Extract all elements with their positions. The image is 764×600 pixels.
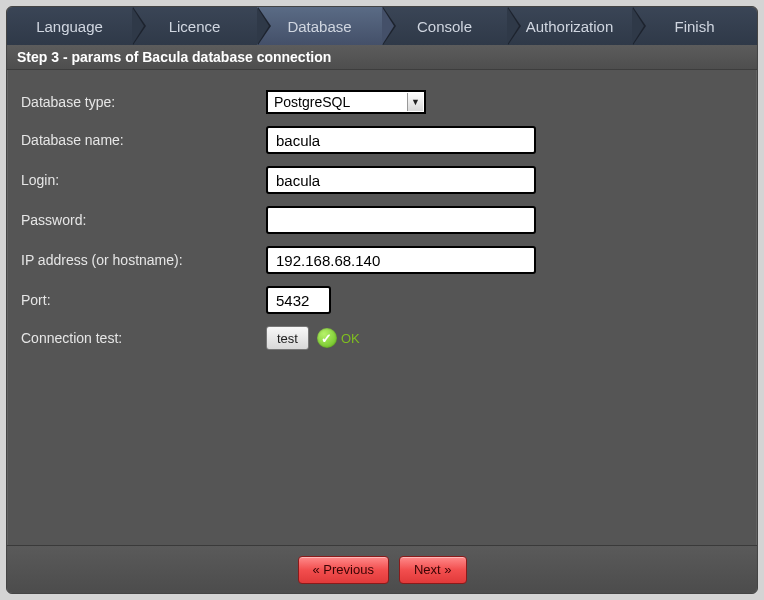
label-db-type: Database type:	[21, 94, 266, 110]
label-db-name: Database name:	[21, 132, 266, 148]
label-ip: IP address (or hostname):	[21, 252, 266, 268]
tab-finish[interactable]: Finish	[632, 7, 757, 45]
password-input[interactable]	[266, 206, 536, 234]
tab-console[interactable]: Console	[382, 7, 507, 45]
tab-language[interactable]: Language	[7, 7, 132, 45]
label-login: Login:	[21, 172, 266, 188]
chevron-down-icon: ▼	[407, 93, 423, 111]
ip-input[interactable]	[266, 246, 536, 274]
label-conn-test: Connection test:	[21, 330, 266, 346]
db-type-select[interactable]: PostgreSQL ▼	[266, 90, 426, 114]
check-circle-icon: ✓	[317, 328, 337, 348]
connection-status: ✓ OK	[317, 328, 360, 348]
step-title: Step 3 - params of Bacula database conne…	[7, 45, 757, 70]
tab-label: Database	[287, 18, 351, 35]
next-button[interactable]: Next »	[399, 556, 467, 584]
wizard-tabs: Language Licence Database Console Author…	[7, 7, 757, 45]
previous-button[interactable]: « Previous	[298, 556, 389, 584]
tab-label: Licence	[169, 18, 221, 35]
db-type-value: PostgreSQL	[274, 94, 350, 110]
port-input[interactable]	[266, 286, 331, 314]
login-input[interactable]	[266, 166, 536, 194]
tab-label: Console	[417, 18, 472, 35]
tab-label: Authorization	[526, 18, 614, 35]
tab-label: Finish	[674, 18, 714, 35]
wizard-footer: « Previous Next »	[7, 545, 757, 593]
label-port: Port:	[21, 292, 266, 308]
tab-database[interactable]: Database	[257, 7, 382, 45]
tab-licence[interactable]: Licence	[132, 7, 257, 45]
db-name-input[interactable]	[266, 126, 536, 154]
status-text: OK	[341, 331, 360, 346]
tab-authorization[interactable]: Authorization	[507, 7, 632, 45]
form-area: Database type: PostgreSQL ▼ Database nam…	[7, 70, 757, 545]
tab-label: Language	[36, 18, 103, 35]
label-password: Password:	[21, 212, 266, 228]
wizard-window: Language Licence Database Console Author…	[6, 6, 758, 594]
test-button[interactable]: test	[266, 326, 309, 350]
